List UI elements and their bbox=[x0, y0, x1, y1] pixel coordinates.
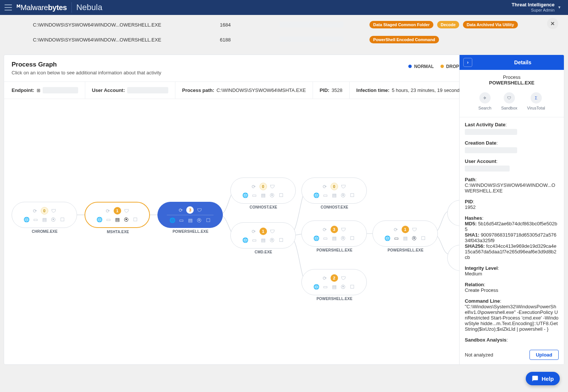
process-path: C:\WINDOWS\SYSWOW64\WINDOW...OWERSHELL.E… bbox=[33, 22, 220, 28]
tag-pill[interactable]: Data Staged Common Folder bbox=[369, 21, 433, 28]
virustotal-action[interactable]: ΣVirusTotal bbox=[527, 92, 545, 110]
node-cmd[interactable]: ⟳1🛡 🌐▭▤⦿☐ CMD.EXE bbox=[230, 222, 296, 249]
user-label: User Account: bbox=[92, 87, 125, 93]
node-chrome[interactable]: ⟳0🛡 🌐▭▤⦿☐ CHROME.EXE bbox=[12, 202, 77, 228]
shield-icon: 🛡 bbox=[50, 207, 57, 214]
top-bar: ᴹMalwarebytes Nebula Threat Intelligence… bbox=[0, 0, 568, 15]
card-subtitle: Click on an icon below to see additional… bbox=[12, 70, 161, 75]
product-name: Nebula bbox=[76, 3, 102, 12]
time-label: Infection time: bbox=[356, 87, 390, 93]
user-role: Super Admin bbox=[512, 8, 555, 13]
md5-hash: 5b16d54f2ae6b74dcf863bc0f5e502b5 bbox=[465, 221, 557, 232]
close-button[interactable]: ✕ bbox=[547, 18, 558, 29]
account-menu[interactable]: Threat Intelligence Super Admin ▼ bbox=[512, 2, 564, 13]
details-panel: › Details Process POWERSHELL.EXE ✈Search… bbox=[459, 55, 564, 364]
tag-pill[interactable]: PowerShell Encoded Command bbox=[369, 36, 439, 43]
time-value: 5 hours, 23 minutes, 19 seconds bbox=[392, 87, 462, 93]
upload-button[interactable]: Upload bbox=[529, 350, 559, 360]
details-title: Details bbox=[514, 59, 531, 65]
pid-value: 3528 bbox=[332, 87, 343, 93]
table-row[interactable]: C:\WINDOWS\SYSWOW64\WINDOW...OWERSHELL.E… bbox=[0, 17, 568, 32]
node-conhost-1[interactable]: ⟳0🛡 🌐▭▤⦿☐ CONHOST.EXE bbox=[230, 178, 296, 204]
pid-label: PID: bbox=[320, 87, 329, 93]
details-path: C:\WINDOWS\SYSWOW64\WINDOW...OWERSHELL.E… bbox=[465, 182, 559, 194]
path-value: C:\WINDOWS\SYSWOW64\MSHTA.EXE bbox=[217, 87, 306, 93]
process-pid: 1684 bbox=[220, 22, 280, 28]
details-subtype: Process bbox=[463, 74, 561, 80]
redacted-cell bbox=[280, 36, 343, 42]
tag-pill[interactable]: Decode bbox=[437, 21, 460, 28]
redacted-user bbox=[127, 87, 168, 93]
sandbox-status: Not analyzed bbox=[465, 352, 493, 358]
redacted-endpoint bbox=[43, 87, 78, 93]
tag-pill[interactable]: Data Archived Via Utility bbox=[463, 21, 518, 28]
detection-rows: ✕ C:\WINDOWS\SYSWOW64\WINDOW...OWERSHELL… bbox=[0, 15, 568, 51]
collapse-panel-button[interactable]: › bbox=[463, 58, 472, 67]
details-name: POWERSHELL.EXE bbox=[463, 80, 561, 86]
node-powershell-2[interactable]: ⟳1🛡 🌐▭▤⦿☐ POWERSHELL.EXE bbox=[372, 220, 438, 247]
brand-logo: ᴹMalwarebytes bbox=[16, 3, 67, 12]
node-badge: 1 bbox=[114, 207, 121, 214]
process-pid: 6188 bbox=[220, 37, 280, 43]
node-powershell-selected[interactable]: ⟳3🛡 🌐▭▤⦿☐ POWERSHELL.EXE bbox=[157, 202, 223, 228]
redacted-value bbox=[465, 129, 517, 135]
hamburger-menu[interactable] bbox=[4, 4, 12, 10]
table-row[interactable]: C:\WINDOWS\SYSWOW64\WINDOW...OWERSHELL.E… bbox=[0, 32, 568, 47]
node-powershell-3[interactable]: ⟳2🛡 🌐▭▤⦿☐ POWERSHELL.EXE bbox=[301, 269, 367, 295]
node-badge: 0 bbox=[41, 207, 48, 214]
user-title: Threat Intelligence bbox=[512, 2, 555, 8]
card-title: Process Graph bbox=[12, 61, 161, 68]
gear-icon: ⟳ bbox=[32, 207, 39, 214]
chevron-down-icon: ▼ bbox=[558, 5, 561, 9]
redacted-cell bbox=[280, 21, 343, 27]
node-badge: 3 bbox=[186, 206, 194, 214]
path-label: Process path: bbox=[182, 87, 214, 93]
command-line: "C:\Windows\System32\WindowsPowerShell\v… bbox=[465, 304, 559, 332]
details-pid: 1952 bbox=[465, 204, 559, 210]
search-action[interactable]: ✈Search bbox=[478, 92, 491, 110]
sandbox-action[interactable]: 🛡Sandbox bbox=[501, 92, 517, 110]
endpoint-label: Endpoint: bbox=[12, 87, 34, 93]
node-mshta[interactable]: ⟳1🛡 🌐▭▤⦿☐ MSHTA.EXE bbox=[85, 202, 150, 228]
node-conhost-2[interactable]: ⟳0🛡 🌐▭▤⦿☐ CONHOST.EXE bbox=[301, 178, 367, 204]
node-powershell-1[interactable]: ⟳3🛡 🌐▭▤⦿☐ POWERSHELL.EXE bbox=[301, 220, 367, 247]
process-path: C:\WINDOWS\SYSWOW64\WINDOW...OWERSHELL.E… bbox=[33, 37, 220, 43]
process-graph-card: Process Graph Click on an icon below to … bbox=[4, 55, 564, 365]
